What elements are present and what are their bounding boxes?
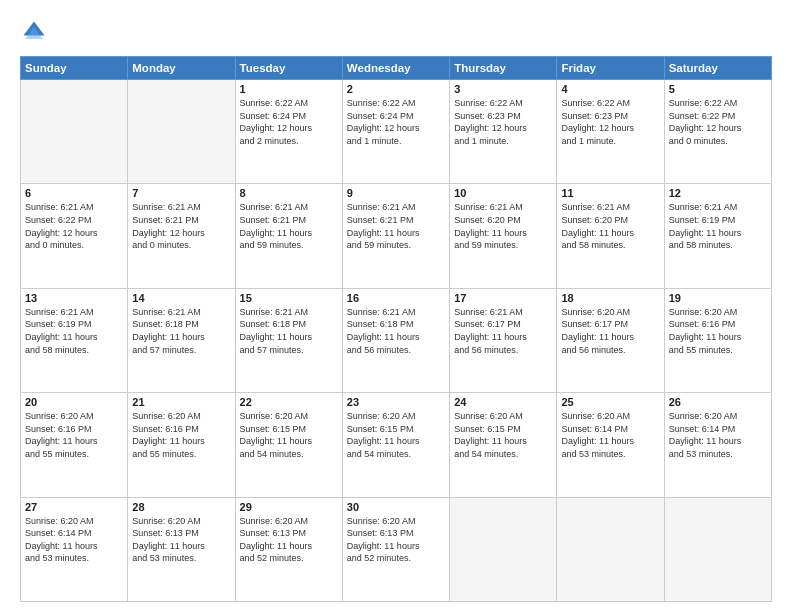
day-cell: 16Sunrise: 6:21 AM Sunset: 6:18 PM Dayli…: [342, 288, 449, 392]
day-info: Sunrise: 6:22 AM Sunset: 6:24 PM Dayligh…: [347, 97, 445, 147]
day-cell: 1Sunrise: 6:22 AM Sunset: 6:24 PM Daylig…: [235, 80, 342, 184]
day-info: Sunrise: 6:20 AM Sunset: 6:15 PM Dayligh…: [240, 410, 338, 460]
day-number: 7: [132, 187, 230, 199]
week-row-0: 1Sunrise: 6:22 AM Sunset: 6:24 PM Daylig…: [21, 80, 772, 184]
day-info: Sunrise: 6:21 AM Sunset: 6:19 PM Dayligh…: [25, 306, 123, 356]
col-header-sunday: Sunday: [21, 57, 128, 80]
day-number: 15: [240, 292, 338, 304]
logo: [20, 18, 52, 46]
day-number: 14: [132, 292, 230, 304]
calendar-table: SundayMondayTuesdayWednesdayThursdayFrid…: [20, 56, 772, 602]
day-number: 17: [454, 292, 552, 304]
day-info: Sunrise: 6:20 AM Sunset: 6:14 PM Dayligh…: [561, 410, 659, 460]
day-number: 26: [669, 396, 767, 408]
day-cell: 28Sunrise: 6:20 AM Sunset: 6:13 PM Dayli…: [128, 497, 235, 601]
day-number: 13: [25, 292, 123, 304]
day-cell: 18Sunrise: 6:20 AM Sunset: 6:17 PM Dayli…: [557, 288, 664, 392]
day-info: Sunrise: 6:20 AM Sunset: 6:13 PM Dayligh…: [240, 515, 338, 565]
day-cell: 10Sunrise: 6:21 AM Sunset: 6:20 PM Dayli…: [450, 184, 557, 288]
day-info: Sunrise: 6:20 AM Sunset: 6:15 PM Dayligh…: [454, 410, 552, 460]
day-number: 16: [347, 292, 445, 304]
day-cell: 15Sunrise: 6:21 AM Sunset: 6:18 PM Dayli…: [235, 288, 342, 392]
day-number: 10: [454, 187, 552, 199]
day-info: Sunrise: 6:20 AM Sunset: 6:16 PM Dayligh…: [132, 410, 230, 460]
col-header-friday: Friday: [557, 57, 664, 80]
calendar-header: SundayMondayTuesdayWednesdayThursdayFrid…: [21, 57, 772, 80]
day-cell: 24Sunrise: 6:20 AM Sunset: 6:15 PM Dayli…: [450, 393, 557, 497]
day-cell: 14Sunrise: 6:21 AM Sunset: 6:18 PM Dayli…: [128, 288, 235, 392]
col-header-wednesday: Wednesday: [342, 57, 449, 80]
day-cell: 2Sunrise: 6:22 AM Sunset: 6:24 PM Daylig…: [342, 80, 449, 184]
day-info: Sunrise: 6:20 AM Sunset: 6:13 PM Dayligh…: [347, 515, 445, 565]
day-cell: [450, 497, 557, 601]
day-info: Sunrise: 6:22 AM Sunset: 6:23 PM Dayligh…: [454, 97, 552, 147]
day-cell: 25Sunrise: 6:20 AM Sunset: 6:14 PM Dayli…: [557, 393, 664, 497]
day-cell: 3Sunrise: 6:22 AM Sunset: 6:23 PM Daylig…: [450, 80, 557, 184]
day-number: 21: [132, 396, 230, 408]
day-number: 1: [240, 83, 338, 95]
day-number: 30: [347, 501, 445, 513]
col-header-tuesday: Tuesday: [235, 57, 342, 80]
day-number: 27: [25, 501, 123, 513]
day-info: Sunrise: 6:21 AM Sunset: 6:18 PM Dayligh…: [132, 306, 230, 356]
day-info: Sunrise: 6:21 AM Sunset: 6:19 PM Dayligh…: [669, 201, 767, 251]
day-number: 2: [347, 83, 445, 95]
day-cell: 17Sunrise: 6:21 AM Sunset: 6:17 PM Dayli…: [450, 288, 557, 392]
week-row-2: 13Sunrise: 6:21 AM Sunset: 6:19 PM Dayli…: [21, 288, 772, 392]
day-number: 3: [454, 83, 552, 95]
day-number: 6: [25, 187, 123, 199]
day-cell: 4Sunrise: 6:22 AM Sunset: 6:23 PM Daylig…: [557, 80, 664, 184]
day-number: 22: [240, 396, 338, 408]
calendar-body: 1Sunrise: 6:22 AM Sunset: 6:24 PM Daylig…: [21, 80, 772, 602]
day-info: Sunrise: 6:21 AM Sunset: 6:21 PM Dayligh…: [132, 201, 230, 251]
day-info: Sunrise: 6:20 AM Sunset: 6:14 PM Dayligh…: [25, 515, 123, 565]
day-cell: 20Sunrise: 6:20 AM Sunset: 6:16 PM Dayli…: [21, 393, 128, 497]
day-cell: 19Sunrise: 6:20 AM Sunset: 6:16 PM Dayli…: [664, 288, 771, 392]
day-info: Sunrise: 6:21 AM Sunset: 6:18 PM Dayligh…: [240, 306, 338, 356]
day-cell: 13Sunrise: 6:21 AM Sunset: 6:19 PM Dayli…: [21, 288, 128, 392]
week-row-3: 20Sunrise: 6:20 AM Sunset: 6:16 PM Dayli…: [21, 393, 772, 497]
day-number: 28: [132, 501, 230, 513]
day-number: 25: [561, 396, 659, 408]
day-info: Sunrise: 6:20 AM Sunset: 6:16 PM Dayligh…: [669, 306, 767, 356]
day-number: 11: [561, 187, 659, 199]
day-cell: 9Sunrise: 6:21 AM Sunset: 6:21 PM Daylig…: [342, 184, 449, 288]
week-row-4: 27Sunrise: 6:20 AM Sunset: 6:14 PM Dayli…: [21, 497, 772, 601]
day-number: 4: [561, 83, 659, 95]
day-cell: 6Sunrise: 6:21 AM Sunset: 6:22 PM Daylig…: [21, 184, 128, 288]
day-info: Sunrise: 6:22 AM Sunset: 6:23 PM Dayligh…: [561, 97, 659, 147]
day-info: Sunrise: 6:20 AM Sunset: 6:13 PM Dayligh…: [132, 515, 230, 565]
page: SundayMondayTuesdayWednesdayThursdayFrid…: [0, 0, 792, 612]
day-cell: 29Sunrise: 6:20 AM Sunset: 6:13 PM Dayli…: [235, 497, 342, 601]
logo-icon: [20, 18, 48, 46]
col-header-monday: Monday: [128, 57, 235, 80]
day-cell: 30Sunrise: 6:20 AM Sunset: 6:13 PM Dayli…: [342, 497, 449, 601]
day-number: 18: [561, 292, 659, 304]
day-number: 9: [347, 187, 445, 199]
day-cell: 21Sunrise: 6:20 AM Sunset: 6:16 PM Dayli…: [128, 393, 235, 497]
day-cell: [664, 497, 771, 601]
day-info: Sunrise: 6:21 AM Sunset: 6:17 PM Dayligh…: [454, 306, 552, 356]
day-info: Sunrise: 6:21 AM Sunset: 6:21 PM Dayligh…: [347, 201, 445, 251]
day-cell: [128, 80, 235, 184]
day-info: Sunrise: 6:21 AM Sunset: 6:21 PM Dayligh…: [240, 201, 338, 251]
col-header-thursday: Thursday: [450, 57, 557, 80]
header: [20, 18, 772, 46]
day-number: 12: [669, 187, 767, 199]
day-info: Sunrise: 6:22 AM Sunset: 6:22 PM Dayligh…: [669, 97, 767, 147]
day-number: 20: [25, 396, 123, 408]
day-info: Sunrise: 6:20 AM Sunset: 6:17 PM Dayligh…: [561, 306, 659, 356]
day-number: 29: [240, 501, 338, 513]
day-number: 23: [347, 396, 445, 408]
day-info: Sunrise: 6:21 AM Sunset: 6:22 PM Dayligh…: [25, 201, 123, 251]
day-cell: 11Sunrise: 6:21 AM Sunset: 6:20 PM Dayli…: [557, 184, 664, 288]
day-number: 5: [669, 83, 767, 95]
day-cell: 26Sunrise: 6:20 AM Sunset: 6:14 PM Dayli…: [664, 393, 771, 497]
day-cell: [557, 497, 664, 601]
header-row: SundayMondayTuesdayWednesdayThursdayFrid…: [21, 57, 772, 80]
day-cell: 12Sunrise: 6:21 AM Sunset: 6:19 PM Dayli…: [664, 184, 771, 288]
day-cell: 22Sunrise: 6:20 AM Sunset: 6:15 PM Dayli…: [235, 393, 342, 497]
day-cell: 5Sunrise: 6:22 AM Sunset: 6:22 PM Daylig…: [664, 80, 771, 184]
day-cell: 7Sunrise: 6:21 AM Sunset: 6:21 PM Daylig…: [128, 184, 235, 288]
col-header-saturday: Saturday: [664, 57, 771, 80]
